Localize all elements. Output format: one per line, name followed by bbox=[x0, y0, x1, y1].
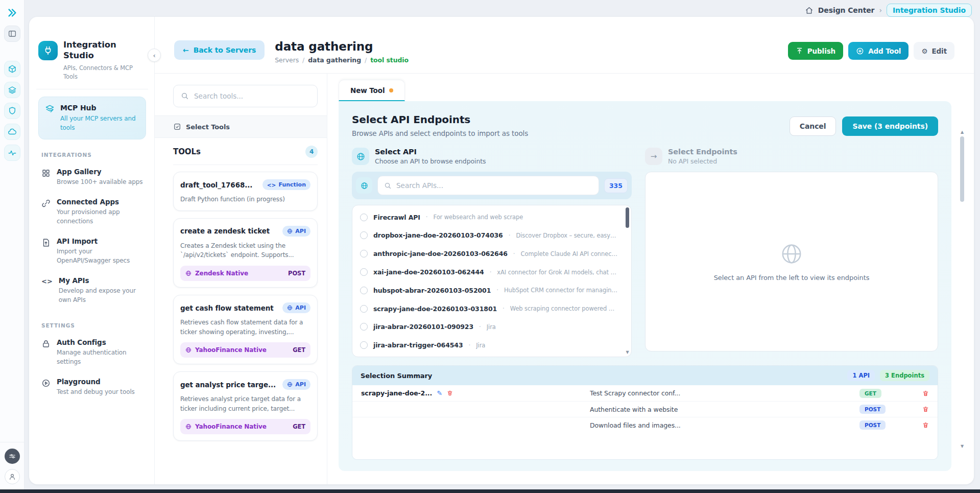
api-row-jira[interactable]: jira-abrar-20260101-090923 · Jira bbox=[352, 318, 631, 336]
scrollbar-thumb[interactable] bbox=[626, 207, 629, 228]
back-to-servers-button[interactable]: ← Back to Servers bbox=[174, 40, 265, 60]
sidebar-item-my-apis[interactable]: <> My APIs Develop and expose your own A… bbox=[38, 271, 146, 310]
tool-card-zendesk[interactable]: create a zendesk ticket API Creates a Ze… bbox=[173, 218, 318, 288]
api-row-xai[interactable]: xai-jane-doe-20260103-062444 · xAI conne… bbox=[352, 263, 631, 281]
sidebar-item-playground[interactable]: Playground Test and debug your tools bbox=[38, 372, 146, 402]
dot-separator: · bbox=[469, 342, 471, 349]
method-label: POST bbox=[288, 270, 305, 277]
radio-button[interactable] bbox=[360, 268, 368, 276]
layers-icon[interactable] bbox=[4, 82, 20, 98]
api-row-scrapy[interactable]: scrapy-jane-doe-20260103-031801 · Web sc… bbox=[352, 299, 631, 318]
globe-icon bbox=[185, 347, 192, 353]
sidebar-item-app-gallery[interactable]: App Gallery Browse 100+ available apps bbox=[38, 162, 146, 192]
select-api-column: Select API Choose an API to browse endpo… bbox=[352, 148, 632, 357]
lock-icon bbox=[41, 339, 51, 366]
edit-button[interactable]: ⚙ Edit bbox=[914, 42, 954, 60]
scroll-down-icon[interactable]: ▼ bbox=[626, 350, 629, 355]
sidebar-item-api-import[interactable]: API Import Import your OpenAPI/Swagger s… bbox=[38, 231, 146, 271]
radio-button[interactable] bbox=[360, 287, 368, 294]
sidebar-item-mcp-hub[interactable]: MCP Hub All your MCP servers and tools bbox=[38, 97, 146, 139]
summary-title: Selection Summary bbox=[361, 372, 432, 380]
radio-button[interactable] bbox=[360, 250, 368, 257]
trash-icon[interactable] bbox=[922, 390, 929, 397]
dot-separator: · bbox=[503, 305, 505, 312]
sidebar-item-connected-apps[interactable]: Connected Apps Your provisioned app conn… bbox=[38, 192, 146, 231]
scrollbar-thumb[interactable] bbox=[960, 136, 964, 202]
trash-icon[interactable] bbox=[922, 406, 929, 413]
cancel-button[interactable]: Cancel bbox=[790, 116, 836, 136]
tools-search[interactable] bbox=[173, 85, 318, 107]
api-row-anthropic[interactable]: anthropic-jane-doe-20260103-062646 · Com… bbox=[352, 245, 631, 263]
api-name: hubspot-abrar-20260103-052001 bbox=[373, 287, 491, 294]
dot-separator: · bbox=[490, 269, 492, 276]
summary-api-name: scrapy-jane-doe-2... bbox=[361, 389, 432, 397]
tool-desc: Retrieves analyst price target data for … bbox=[180, 394, 310, 413]
content-header: ← Back to Servers data gathering Servers… bbox=[155, 40, 974, 74]
globe-icon bbox=[352, 148, 369, 165]
radio-button[interactable] bbox=[360, 231, 368, 239]
api-name: jira-abrar-20260101-090923 bbox=[373, 323, 473, 331]
tool-card-analyst-price[interactable]: get analyst price targe... API Retrieves… bbox=[173, 371, 318, 441]
app-logo-icon bbox=[5, 5, 20, 20]
trash-icon[interactable] bbox=[447, 390, 453, 396]
activity-icon[interactable] bbox=[4, 145, 20, 161]
breadcrumb-server-name[interactable]: data gathering bbox=[308, 56, 361, 64]
breadcrumb-servers[interactable]: Servers bbox=[275, 56, 299, 64]
tool-card-cash-flow[interactable]: get cash flow statement API Retrieves ca… bbox=[173, 295, 318, 364]
radio-button[interactable] bbox=[360, 341, 368, 349]
save-endpoints-button[interactable]: Save (3 endpoints) bbox=[842, 116, 938, 136]
tab-new-tool[interactable]: New Tool bbox=[339, 80, 405, 101]
back-label: Back to Servers bbox=[194, 46, 256, 54]
badge-label: API bbox=[295, 304, 306, 311]
cloud-icon[interactable] bbox=[4, 124, 20, 140]
radio-button[interactable] bbox=[360, 214, 368, 221]
checkbox-icon bbox=[173, 123, 181, 131]
panel-header: Select API Endpoints Browse APIs and sel… bbox=[352, 113, 938, 137]
summary-row: scrapy-jane-doe-2... ✎ Test Scrapy conne… bbox=[352, 385, 938, 401]
trash-icon[interactable] bbox=[922, 421, 929, 429]
sidebar-item-label: Auth Configs bbox=[57, 338, 143, 346]
home-icon[interactable] bbox=[805, 6, 814, 15]
publish-button[interactable]: Publish bbox=[788, 42, 843, 60]
arrow-right-icon: → bbox=[645, 148, 662, 165]
tool-card-draft[interactable]: draft_tool_17668... <> Function Draft Py… bbox=[173, 172, 318, 211]
bottom-strip bbox=[0, 489, 980, 493]
select-tools-toggle[interactable]: Select Tools bbox=[155, 115, 327, 138]
globe-icon bbox=[356, 177, 372, 194]
breadcrumb-chevron: › bbox=[879, 6, 882, 14]
summary-endpoint: Download files and images... bbox=[590, 421, 859, 429]
api-row-firecrawl[interactable]: Firecrawl API · For websearch and web sc… bbox=[352, 208, 631, 226]
api-row-dropbox[interactable]: dropbox-jane-doe-20260103-074036 · Disco… bbox=[352, 226, 631, 245]
radio-button[interactable] bbox=[360, 323, 368, 331]
shield-icon[interactable] bbox=[4, 103, 20, 119]
radio-button[interactable] bbox=[360, 305, 368, 313]
api-count-pill: 1 API bbox=[847, 370, 875, 381]
content-body: Select Tools TOOLs 4 draft_tool_17668... bbox=[155, 74, 974, 484]
edit-pencil-icon[interactable]: ✎ bbox=[437, 389, 442, 397]
scroll-down-icon[interactable]: ▼ bbox=[961, 444, 964, 449]
preferences-icon[interactable] bbox=[5, 449, 20, 464]
sidebar-collapse-button[interactable]: ‹ bbox=[148, 49, 161, 62]
breadcrumb-slash: / bbox=[365, 56, 367, 64]
api-search[interactable] bbox=[377, 176, 599, 195]
api-row-hubspot[interactable]: hubspot-abrar-20260103-052001 · HubSpot … bbox=[352, 281, 631, 299]
breadcrumb-integration-studio[interactable]: Integration Studio bbox=[887, 4, 972, 17]
panel-scrollbar[interactable]: ▲ ▼ bbox=[960, 130, 965, 449]
scroll-up-icon[interactable]: ▲ bbox=[961, 130, 964, 134]
api-row-jira-trigger[interactable]: jira-abrar-trigger-064543 · Jira bbox=[352, 336, 631, 355]
add-tool-button[interactable]: Add Tool bbox=[848, 42, 909, 60]
sidebar-item-desc: Test and debug your tools bbox=[57, 387, 135, 396]
user-avatar-icon[interactable] bbox=[5, 469, 20, 484]
cube-icon[interactable] bbox=[4, 61, 20, 77]
api-list-scrollbar[interactable]: ▼ bbox=[625, 207, 630, 355]
tools-search-input[interactable] bbox=[194, 92, 310, 100]
sidebar-item-auth-configs[interactable]: Auth Configs Manage authentication setti… bbox=[38, 333, 146, 372]
breadcrumb: Servers / data gathering / tool studio bbox=[275, 56, 409, 64]
sidebar-toggle-icon[interactable] bbox=[4, 26, 20, 42]
api-search-input[interactable] bbox=[396, 181, 592, 190]
method-label: GET bbox=[293, 423, 305, 430]
method-badge: POST bbox=[859, 420, 886, 430]
tool-title: get analyst price targe... bbox=[180, 381, 276, 389]
sidebar-item-label: MCP Hub bbox=[60, 104, 139, 112]
breadcrumb-design-center[interactable]: Design Center bbox=[818, 6, 875, 14]
